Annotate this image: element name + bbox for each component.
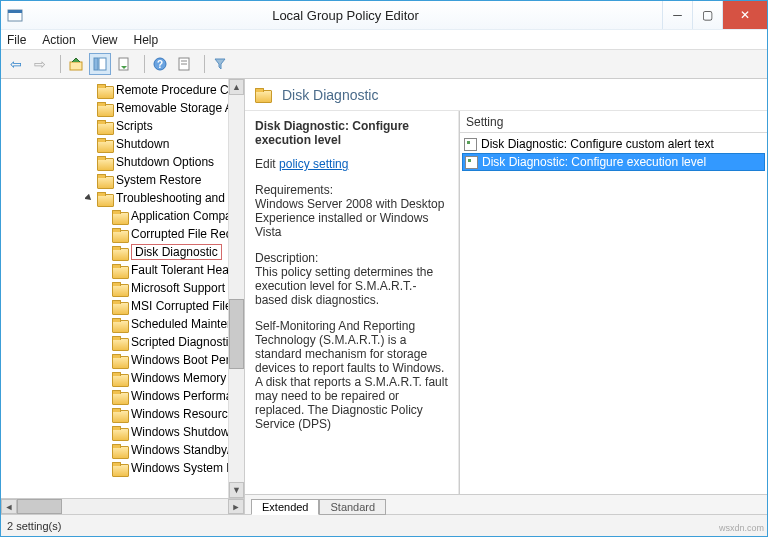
svg-rect-1 [8,10,22,13]
back-button[interactable]: ⇦ [5,53,27,75]
folder-icon [97,102,112,115]
folder-icon [112,318,127,331]
tree-label: Windows Performa [131,389,232,403]
separator [55,55,61,73]
tree-label: Microsoft Support [131,281,225,295]
tree-label: Windows Boot Perf [131,353,233,367]
folder-icon [112,282,127,295]
up-button[interactable] [65,53,87,75]
settings-pane: Setting Disk Diagnostic: Configure custo… [459,111,767,494]
svg-rect-3 [94,58,98,70]
tree-item[interactable]: Microsoft Support [1,279,244,297]
tree-label: Shutdown [116,137,169,151]
app-icon [7,7,23,23]
folder-icon [112,336,127,349]
settings-column-header[interactable]: Setting [460,111,767,133]
content-title: Disk Diagnostic [282,87,378,103]
tree-item[interactable]: Fault Tolerant Heap [1,261,244,279]
tree-item[interactable]: Scripted Diagnostic [1,333,244,351]
tree-item[interactable]: Windows System R [1,459,244,477]
tree-item[interactable]: Scheduled Mainten [1,315,244,333]
tree-label: Shutdown Options [116,155,214,169]
folder-icon [97,192,112,205]
menu-view[interactable]: View [92,33,118,47]
tree-label: Removable Storage Ac [116,101,239,115]
view-tabs: Extended Standard [245,494,767,514]
folder-icon [112,372,127,385]
content-header: Disk Diagnostic [245,79,767,111]
folder-icon [112,210,127,223]
tree-item[interactable]: Windows Standby/ [1,441,244,459]
tree-pane: Remote Procedure CalRemovable Storage Ac… [1,79,245,514]
svg-rect-4 [99,58,106,70]
tree-item[interactable]: Shutdown [1,135,244,153]
tree-item[interactable]: Windows Shutdown [1,423,244,441]
maximize-button[interactable]: ▢ [692,1,722,29]
tree-label: Windows Memory [131,371,226,385]
setting-label: Disk Diagnostic: Configure execution lev… [482,155,706,169]
tree-label: Windows System R [131,461,235,475]
statusbar: 2 setting(s) [1,514,767,536]
folder-icon [112,462,127,475]
tree-label: MSI Corrupted File [131,299,232,313]
edit-label: Edit [255,157,276,171]
properties-button[interactable] [173,53,195,75]
tree-item[interactable]: Scripts [1,117,244,135]
folder-icon [112,246,127,259]
tree-item[interactable]: Remote Procedure Cal [1,81,244,99]
tree-hscroll[interactable]: ◄ ► [1,498,244,514]
tree-label: Fault Tolerant Heap [131,263,236,277]
svg-rect-2 [70,62,82,70]
tree-item[interactable]: MSI Corrupted File [1,297,244,315]
collapse-icon[interactable] [85,194,94,203]
tree-item[interactable]: Windows Performa [1,387,244,405]
tree-label: Corrupted File Reco [131,227,238,241]
folder-icon [112,264,127,277]
tree-item[interactable]: Removable Storage Ac [1,99,244,117]
setting-row[interactable]: Disk Diagnostic: Configure execution lev… [462,153,765,171]
tree-item[interactable]: Windows Resource [1,405,244,423]
menu-action[interactable]: Action [42,33,75,47]
tree-item[interactable]: Corrupted File Reco [1,225,244,243]
tree-item[interactable]: Disk Diagnostic [1,243,244,261]
tree-item[interactable]: Shutdown Options [1,153,244,171]
tree-label: Disk Diagnostic [131,244,222,260]
filter-button[interactable] [209,53,231,75]
forward-button[interactable]: ⇨ [29,53,51,75]
menu-help[interactable]: Help [134,33,159,47]
setting-icon [464,138,477,151]
titlebar[interactable]: Local Group Policy Editor ─ ▢ ✕ [1,1,767,29]
show-tree-button[interactable] [89,53,111,75]
tree-label: Scheduled Mainten [131,317,234,331]
tree-item[interactable]: Windows Memory [1,369,244,387]
folder-icon [255,88,270,101]
separator [199,55,205,73]
tree-label: Windows Standby/ [131,443,230,457]
tab-extended[interactable]: Extended [251,499,319,515]
tree-item[interactable]: System Restore [1,171,244,189]
tree-item[interactable]: Application Compa [1,207,244,225]
setting-label: Disk Diagnostic: Configure custom alert … [481,137,714,151]
requirements-body: Windows Server 2008 with Desktop Experie… [255,197,448,239]
minimize-button[interactable]: ─ [662,1,692,29]
folder-icon [112,354,127,367]
description-heading: Description: [255,251,448,265]
tree-item[interactable]: Windows Boot Perf [1,351,244,369]
tree-vscroll[interactable]: ▲ ▼ [228,79,244,498]
tab-standard[interactable]: Standard [319,499,386,515]
folder-icon [112,300,127,313]
tree-item[interactable]: Troubleshooting and D [1,189,244,207]
policy-setting-link[interactable]: policy setting [279,157,348,171]
close-button[interactable]: ✕ [722,1,767,29]
folder-icon [112,390,127,403]
watermark: wsxdn.com [719,523,764,533]
setting-row[interactable]: Disk Diagnostic: Configure custom alert … [462,135,765,153]
description-pane: Disk Diagnostic: Configure execution lev… [245,111,459,494]
folder-icon [112,228,127,241]
tree-label: Scripts [116,119,153,133]
export-button[interactable] [113,53,135,75]
tree-label: Remote Procedure Cal [116,83,238,97]
menu-file[interactable]: File [7,33,26,47]
folder-icon [112,444,127,457]
help-button[interactable]: ? [149,53,171,75]
